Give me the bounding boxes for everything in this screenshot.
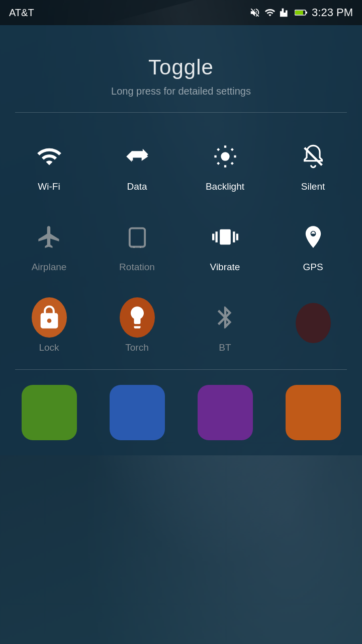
time-display: 3:23 PM bbox=[312, 6, 353, 19]
lock-label: Lock bbox=[39, 342, 59, 353]
gps-icon bbox=[296, 219, 331, 255]
vibrate-icon bbox=[208, 219, 243, 255]
app-item-3[interactable] bbox=[181, 380, 269, 445]
toggle-row-3: Lock Torch BT bbox=[0, 289, 362, 364]
backlight-label: Backlight bbox=[206, 181, 244, 192]
app-icon-green bbox=[22, 385, 77, 440]
app-icon-orange bbox=[286, 385, 341, 440]
top-divider bbox=[15, 112, 347, 113]
torch-circle bbox=[120, 297, 155, 338]
vibrate-label: Vibrate bbox=[210, 262, 240, 273]
carrier-label: AT&T bbox=[9, 7, 34, 19]
torch-icon-wrapper bbox=[120, 300, 155, 335]
app-icon-purple bbox=[198, 385, 253, 440]
airplane-icon bbox=[32, 219, 67, 255]
toggle-airplane[interactable]: Airplane bbox=[5, 208, 93, 284]
rotation-icon bbox=[120, 219, 155, 255]
data-icon bbox=[120, 139, 155, 174]
bt-icon bbox=[208, 300, 243, 335]
toggle-data[interactable]: Data bbox=[93, 128, 181, 203]
app-icon-blue bbox=[110, 385, 165, 440]
lock-svg bbox=[36, 304, 62, 331]
extra-icon-wrapper bbox=[296, 305, 331, 341]
toggle-bt[interactable]: BT bbox=[181, 289, 269, 364]
wifi-icon bbox=[32, 139, 67, 174]
app-row bbox=[0, 380, 362, 445]
toggle-panel: Toggle Long press for detailed settings … bbox=[0, 25, 362, 455]
toggle-silent[interactable]: Silent bbox=[269, 128, 357, 203]
app-item-1[interactable] bbox=[5, 380, 93, 445]
toggle-torch[interactable]: Torch bbox=[93, 289, 181, 364]
bt-label: BT bbox=[219, 342, 231, 353]
panel-subtitle: Long press for detailed settings bbox=[0, 86, 362, 97]
silent-icon bbox=[296, 139, 331, 174]
torch-label: Torch bbox=[125, 342, 148, 353]
bottom-divider bbox=[15, 369, 347, 370]
extra-circle bbox=[296, 303, 331, 343]
toggle-wifi[interactable]: Wi-Fi bbox=[5, 128, 93, 203]
torch-svg bbox=[124, 304, 150, 331]
gps-label: GPS bbox=[303, 262, 323, 273]
app-item-2[interactable] bbox=[93, 380, 181, 445]
toggle-lock[interactable]: Lock bbox=[5, 289, 93, 364]
status-bar: AT&T 3:23 PM bbox=[0, 0, 362, 25]
airplane-label: Airplane bbox=[32, 262, 67, 273]
lock-icon-wrapper bbox=[32, 300, 67, 335]
status-icons: 3:23 PM bbox=[249, 6, 353, 19]
toggle-row-1: Wi-Fi Data Backlight bbox=[0, 128, 362, 203]
backlight-icon bbox=[208, 139, 243, 174]
toggle-row-2: Airplane Rotation Vibrate bbox=[0, 208, 362, 284]
svg-rect-5 bbox=[129, 228, 144, 247]
app-item-4[interactable] bbox=[269, 380, 357, 445]
wifi-label: Wi-Fi bbox=[38, 181, 60, 192]
wifi-status-icon bbox=[264, 7, 276, 18]
toggle-vibrate[interactable]: Vibrate bbox=[181, 208, 269, 284]
toggle-backlight[interactable]: Backlight bbox=[181, 128, 269, 203]
rotation-label: Rotation bbox=[119, 262, 155, 273]
mute-icon bbox=[249, 7, 260, 18]
toggle-extra[interactable] bbox=[269, 289, 357, 364]
toggle-gps[interactable]: GPS bbox=[269, 208, 357, 284]
toggle-rotation[interactable]: Rotation bbox=[93, 208, 181, 284]
panel-title: Toggle bbox=[0, 55, 362, 79]
battery-icon bbox=[295, 7, 308, 18]
signal-icon bbox=[280, 7, 291, 18]
lock-circle bbox=[32, 297, 67, 338]
svg-rect-1 bbox=[295, 11, 303, 15]
silent-label: Silent bbox=[301, 181, 325, 192]
data-label: Data bbox=[127, 181, 147, 192]
svg-point-3 bbox=[221, 152, 229, 160]
svg-rect-2 bbox=[306, 12, 307, 14]
